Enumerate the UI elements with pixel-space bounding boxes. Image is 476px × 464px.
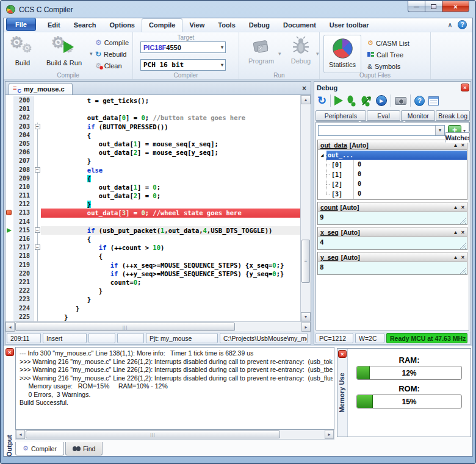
- scroll-up-icon[interactable]: ▴: [301, 95, 311, 104]
- fold-toggle-icon[interactable]: −: [35, 227, 40, 233]
- fold-column[interactable]: [34, 235, 41, 243]
- editor-horizontal-scrollbar[interactable]: ◂ ||| ▸: [5, 321, 311, 332]
- gutter-margin[interactable]: [5, 304, 13, 313]
- watch-value-box[interactable]: 8: [318, 262, 467, 274]
- fold-toggle-icon[interactable]: −: [35, 244, 40, 250]
- clean-button[interactable]: ⚙Clean: [95, 60, 132, 71]
- tab-eval[interactable]: Eval: [367, 110, 401, 121]
- code-line[interactable]: 204 {: [5, 131, 300, 140]
- code-line[interactable]: 223 }: [5, 295, 300, 304]
- scroll-right-icon[interactable]: ▸: [325, 430, 334, 439]
- tree-row[interactable]: [0]0: [318, 160, 467, 170]
- gutter-margin[interactable]: [5, 313, 13, 321]
- fold-toggle-icon[interactable]: −: [35, 167, 40, 173]
- build-run-dropdown-icon[interactable]: ▾: [90, 51, 93, 57]
- tree-expanded-icon[interactable]: ◢: [318, 152, 326, 158]
- tree-row[interactable]: [1]0: [318, 170, 467, 179]
- menu-item-file[interactable]: File: [6, 18, 36, 31]
- code-line[interactable]: 207 }: [5, 157, 300, 165]
- breakpoint-icon[interactable]: [6, 210, 12, 215]
- title-bar[interactable]: CCS C Compiler — ×: [1, 1, 475, 18]
- tree-row[interactable]: [2]0: [318, 179, 467, 189]
- snapshot-icon[interactable]: [395, 97, 406, 105]
- fold-column[interactable]: [34, 131, 41, 140]
- debug-help-icon[interactable]: ?: [414, 96, 425, 106]
- rebuild-button[interactable]: ↻Rebuild: [95, 48, 132, 60]
- editor-close-icon[interactable]: ×: [302, 84, 311, 95]
- gutter-margin[interactable]: [5, 123, 13, 131]
- menu-item-tools[interactable]: Tools: [211, 19, 242, 32]
- tab-find[interactable]: Find: [65, 442, 103, 455]
- menu-item-debug[interactable]: Debug: [242, 19, 276, 32]
- gutter-margin[interactable]: [5, 183, 13, 191]
- fold-column[interactable]: [34, 252, 41, 260]
- code-line[interactable]: 224 }: [5, 304, 300, 313]
- gutter-margin[interactable]: [5, 295, 13, 304]
- compile-button[interactable]: ⚙Compile: [95, 37, 132, 48]
- code-line[interactable]: 222 }: [5, 287, 300, 295]
- output-messages[interactable]: --- Info 300 "my_mouse.c" Line 138(1,1):…: [15, 347, 334, 430]
- resize-grip-icon[interactable]: [460, 217, 466, 224]
- gutter-margin[interactable]: [5, 287, 13, 295]
- scroll-right-icon[interactable]: ▸: [301, 322, 311, 332]
- fold-column[interactable]: [34, 295, 41, 304]
- close-icon[interactable]: ×: [461, 253, 464, 262]
- build-and-run-button[interactable]: ⚙⚙ Build & Run: [40, 35, 88, 66]
- gutter-margin[interactable]: [5, 96, 13, 105]
- close-icon[interactable]: ×: [461, 203, 464, 212]
- gutter-margin[interactable]: [5, 269, 13, 278]
- tab-peripherals[interactable]: Peripherals: [316, 110, 366, 121]
- horizontal-scroll-thumb[interactable]: |||: [26, 430, 280, 438]
- collapse-icon[interactable]: ▴: [454, 228, 457, 237]
- gutter-margin[interactable]: [5, 113, 13, 122]
- code-line[interactable]: 214: [5, 218, 300, 226]
- help-icon[interactable]: ?: [458, 20, 467, 29]
- tree-row[interactable]: ◢out_...: [318, 150, 467, 160]
- scroll-down-icon[interactable]: ▾: [301, 312, 311, 321]
- output-close-button[interactable]: ×: [5, 348, 14, 356]
- watch-header[interactable]: y_seq[Auto]▴×: [318, 252, 467, 262]
- code-line[interactable]: 211 out_data[2] = 0;: [5, 191, 300, 200]
- code-line[interactable]: 213 out_data[3] = 0; //wheel state goes …: [5, 209, 300, 217]
- fold-column[interactable]: [34, 157, 41, 165]
- reset-icon[interactable]: ↻: [317, 95, 326, 107]
- gutter-margin[interactable]: [5, 200, 13, 209]
- output-horizontal-scrollbar[interactable]: ◂ ||| ▸: [15, 430, 334, 440]
- step-over-icon[interactable]: [360, 95, 372, 107]
- menu-item-user-toolbar[interactable]: User toolbar: [323, 19, 376, 32]
- fold-column[interactable]: [34, 269, 41, 278]
- debug-close-button[interactable]: ×: [461, 84, 469, 91]
- gutter-margin[interactable]: [5, 243, 13, 252]
- minimize-button[interactable]: —: [408, 1, 425, 12]
- fold-column[interactable]: −: [34, 166, 41, 174]
- collapse-icon[interactable]: ▴: [454, 253, 457, 262]
- gutter-margin[interactable]: [5, 140, 13, 148]
- memory-close-button[interactable]: ×: [338, 350, 347, 358]
- code-line[interactable]: 220 if (++y_seq>=MOUSE_SEQUENCE_STEPS) {…: [5, 269, 300, 278]
- code-line[interactable]: 208− else: [5, 166, 300, 174]
- watch-value-box[interactable]: 9: [318, 212, 467, 224]
- code-line[interactable]: 210 out_data[1] = 0;: [5, 183, 300, 191]
- fold-toggle-icon[interactable]: −: [35, 124, 40, 129]
- gutter-margin[interactable]: [5, 191, 13, 200]
- resize-grip-icon[interactable]: [460, 242, 466, 249]
- fold-column[interactable]: [34, 113, 41, 122]
- dropdown-icon[interactable]: ▾: [435, 126, 444, 135]
- dropdown-icon[interactable]: ▾: [221, 45, 223, 50]
- dropdown-icon[interactable]: ▾: [221, 62, 223, 68]
- fold-column[interactable]: [34, 278, 41, 287]
- run-icon[interactable]: [334, 96, 343, 105]
- menu-item-options[interactable]: Options: [103, 19, 142, 32]
- fold-column[interactable]: [34, 191, 41, 200]
- code-line[interactable]: 216 {: [5, 235, 300, 243]
- gutter-margin[interactable]: [5, 105, 13, 113]
- debug-windows-icon[interactable]: [428, 96, 439, 105]
- close-icon[interactable]: ×: [461, 228, 464, 237]
- build-button[interactable]: ⚙⚙ Build: [6, 35, 39, 66]
- menu-item-view[interactable]: View: [182, 19, 211, 32]
- compiler-mode-select[interactable]: PCH 16 bit ▾: [140, 59, 226, 71]
- symbols-button[interactable]: &Symbols: [367, 60, 428, 72]
- fold-column[interactable]: [34, 218, 41, 226]
- fold-column[interactable]: [34, 209, 41, 217]
- fold-column[interactable]: [34, 261, 41, 269]
